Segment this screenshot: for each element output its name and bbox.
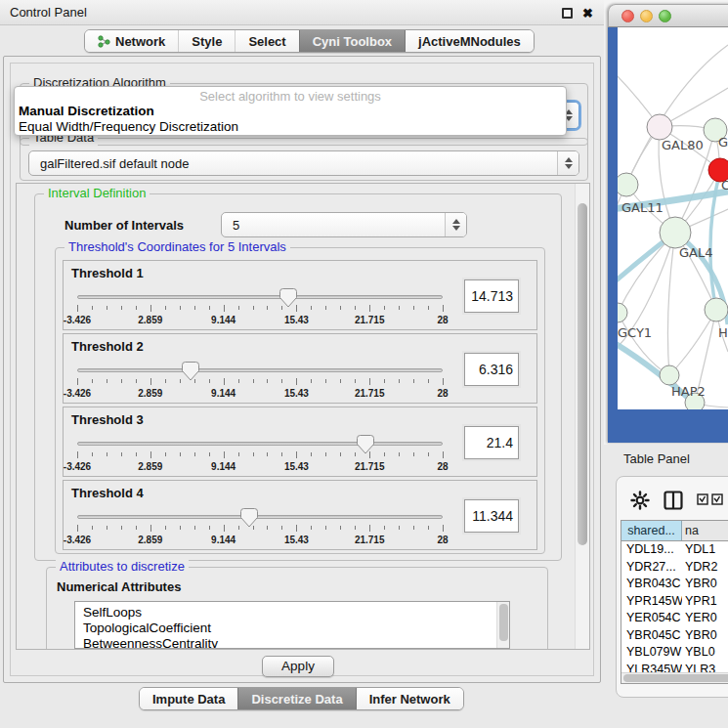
tab-infer-network[interactable]: Infer Network [356, 688, 463, 709]
network-node-HAP2[interactable] [660, 365, 679, 385]
numerical-attributes-list[interactable]: SelfLoopsTopologicalCoefficientBetweenne… [74, 601, 510, 649]
threshold-row: Threshold 1 -3.4262.8599.14415.4321.7152… [63, 260, 537, 330]
threshold-slider[interactable]: -3.4262.8599.14415.4321.71528 [77, 434, 443, 475]
tab-jactivemnodules[interactable]: jActiveMNodules [405, 30, 534, 52]
slider-track[interactable] [77, 515, 443, 519]
slider-track[interactable] [77, 368, 443, 372]
zoom-traffic-light[interactable] [659, 10, 671, 22]
network-node-GAL11[interactable] [618, 173, 638, 196]
threshold-slider[interactable]: -3.4262.8599.14415.4321.71528 [77, 287, 443, 328]
cell-name[interactable]: YER0 [682, 610, 728, 627]
attributes-scrollbar-thumb[interactable] [499, 604, 508, 641]
tab-discretize-data[interactable]: Discretize Data [237, 688, 355, 709]
split-columns-icon[interactable] [664, 491, 683, 510]
close-icon[interactable]: ✖ [581, 6, 594, 21]
apply-button[interactable]: Apply [262, 656, 334, 677]
tab-network[interactable]: Network [85, 30, 178, 52]
network-node-label: GA [718, 135, 728, 150]
cell-name[interactable]: YBL0 [682, 644, 728, 662]
number-of-intervals-combobox[interactable]: 5 [221, 212, 467, 237]
slider-tick-label: 28 [437, 535, 448, 545]
network-node-GAL4[interactable] [660, 217, 691, 248]
threshold-row: Threshold 2 -3.4262.8599.14415.4321.7152… [63, 333, 537, 404]
table-row[interactable]: YDR27...YDR2 [621, 559, 728, 577]
attribute-list-item[interactable]: SelfLoops [75, 602, 509, 621]
tab-cyni-toolbox[interactable]: Cyni Toolbox [299, 30, 405, 52]
cell-shared-name[interactable]: YDR27... [621, 559, 682, 577]
table-row[interactable]: YDL19...YDL1 [621, 541, 728, 559]
gear-icon[interactable] [630, 491, 650, 510]
node-attribute-table[interactable]: shared... na YDL19...YDL1YDR27...YDR2YBR… [621, 520, 728, 684]
close-traffic-light[interactable] [621, 10, 634, 22]
slider-tick-labels: -3.4262.8599.14415.4321.71528 [77, 461, 443, 473]
column-header-shared-name[interactable]: shared... [621, 521, 682, 540]
attribute-list-item[interactable]: TopologicalCoefficient [75, 621, 509, 636]
table-data-combobox[interactable]: galFiltered.sif default node [28, 150, 579, 176]
network-edge[interactable] [667, 233, 675, 375]
settings-vertical-scrollbar[interactable] [575, 184, 589, 649]
settings-scrollbar-thumb[interactable] [578, 203, 587, 545]
slider-tick-label: 15.43 [284, 315, 309, 325]
settings-scrollpane: Interval Definition Number of Intervals … [16, 183, 590, 650]
control-panel-window: Control Panel ✖ Network Style Select Cyn… [0, 0, 604, 728]
threshold-value-field[interactable]: 6.316 [464, 353, 519, 386]
table-scrollbar-thumb[interactable] [623, 674, 728, 682]
cell-name[interactable]: YDR2 [682, 559, 728, 577]
cell-name[interactable]: YBR0 [682, 576, 728, 593]
stepper-down-icon [565, 164, 573, 169]
tab-style[interactable]: Style [178, 30, 235, 52]
threshold-value-field[interactable]: 14.713 [464, 279, 519, 313]
table-row[interactable]: YBR043CYBR0 [621, 576, 728, 593]
threshold-value-field[interactable]: 11.344 [464, 499, 519, 533]
slider-track[interactable] [77, 295, 443, 299]
cell-name[interactable]: YPR1 [682, 593, 728, 611]
cell-name[interactable]: YDL1 [682, 541, 728, 559]
network-node-label: H [718, 325, 728, 340]
threshold-slider[interactable]: -3.4262.8599.14415.4321.71528 [77, 507, 443, 548]
network-graph[interactable]: GAL80GACGAL11GAL4GCY1HHAP2 [618, 27, 728, 409]
slider-tick-label: 21.715 [355, 315, 385, 325]
network-window-frame: GAL80GACGAL11GAL4GCY1HHAP2 [608, 27, 728, 443]
cell-shared-name[interactable]: YPR145W [621, 593, 682, 611]
attribute-list-item[interactable]: BetweennessCentrality [75, 636, 509, 649]
slider-tick-label: 15.43 [284, 535, 309, 545]
minimize-traffic-light[interactable] [640, 10, 653, 22]
attribute-items: SelfLoopsTopologicalCoefficientBetweenne… [75, 602, 509, 649]
network-node-GAL80[interactable] [647, 114, 672, 140]
network-node-label: GCY1 [618, 325, 652, 340]
cell-shared-name[interactable]: YER054C [621, 610, 682, 627]
cell-shared-name[interactable]: YBR045C [621, 627, 682, 645]
tab-network-label: Network [115, 34, 165, 49]
network-tab-icon [98, 35, 110, 48]
attributes-list-scrollbar[interactable] [496, 602, 509, 648]
number-of-intervals-stepper[interactable] [445, 213, 466, 236]
network-node-GCY1[interactable] [618, 303, 627, 322]
number-of-intervals-value: 5 [233, 213, 239, 236]
network-canvas[interactable]: GAL80GACGAL11GAL4GCY1HHAP2 [618, 27, 728, 409]
dropdown-item-equal-width-frequency[interactable]: Equal Width/Frequency Discretization [15, 119, 566, 135]
threshold-value-field[interactable]: 21.4 [464, 426, 519, 459]
table-row[interactable]: YBR045CYBR0 [621, 627, 728, 645]
tab-select[interactable]: Select [235, 30, 298, 52]
slider-track[interactable] [77, 442, 443, 446]
table-data-combobox-stepper[interactable] [557, 151, 578, 175]
table-row[interactable]: YBL079WYBL0 [621, 644, 728, 662]
cell-shared-name[interactable]: YDL19... [621, 541, 682, 559]
table-row[interactable]: YER054CYER0 [621, 610, 728, 627]
network-window-titlebar[interactable] [608, 4, 728, 27]
select-columns-icon[interactable] [697, 493, 724, 506]
float-window-icon[interactable] [562, 8, 573, 19]
threshold-slider[interactable]: -3.4262.8599.14415.4321.71528 [77, 361, 443, 402]
cell-name[interactable]: YBR0 [682, 627, 728, 645]
tab-impute-data[interactable]: Impute Data [140, 688, 237, 709]
table-row[interactable]: YPR145WYPR1 [621, 593, 728, 611]
table-horizontal-scrollbar[interactable] [621, 672, 728, 683]
dropdown-item-manual-discretization[interactable]: Manual Discretization [15, 104, 566, 119]
dropdown-prompt-item[interactable]: Select algorithm to view settings [15, 89, 566, 104]
cell-shared-name[interactable]: YBL079W [621, 644, 682, 662]
slider-tick-label: 21.715 [355, 388, 385, 399]
cell-shared-name[interactable]: YBR043C [621, 576, 682, 593]
slider-tick-label: 2.859 [138, 535, 162, 545]
column-header-name[interactable]: na [682, 521, 728, 540]
network-node-node-H[interactable] [705, 298, 728, 321]
